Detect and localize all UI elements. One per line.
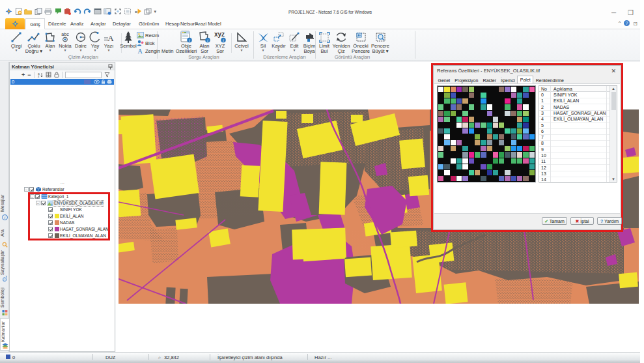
svg-text:A: A xyxy=(137,48,143,54)
svg-text:A: A xyxy=(107,33,114,43)
svg-text:i: i xyxy=(207,38,208,42)
svg-text:i: i xyxy=(189,38,190,42)
svg-text:i: i xyxy=(223,38,224,42)
svg-text:xyz: xyz xyxy=(214,31,225,38)
svg-text:i: i xyxy=(4,215,5,220)
svg-text:abc: abc xyxy=(61,32,69,36)
